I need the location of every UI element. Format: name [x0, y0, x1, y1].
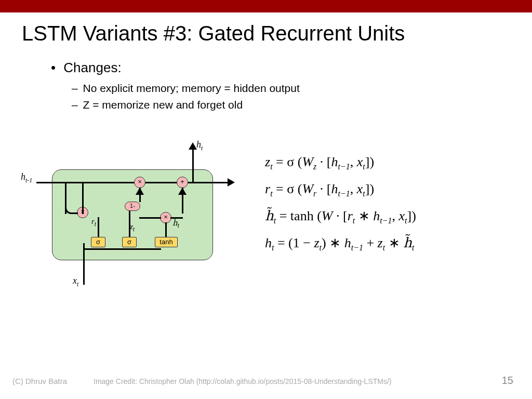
mul-op-htilde: ×	[160, 212, 171, 223]
plus-op: +	[177, 177, 188, 188]
equations-block: zt = σ (Wz · [ht−1, xt]) rt = σ (Wr · [h…	[234, 139, 416, 257]
r-out-line	[98, 217, 99, 237]
equation-htilde: h̃t = tanh (W · [rt ∗ ht−1, xt])	[265, 203, 416, 230]
equation-r: rt = σ (Wr · [ht−1, xt])	[265, 176, 416, 203]
slide-title: LSTM Variants #3: Gated Recurrent Units	[0, 12, 532, 45]
x-distrib-line	[83, 248, 161, 250]
sub-bullet-1: No explicit memory; memory = hidden outp…	[83, 80, 532, 97]
h-arrow-out	[228, 178, 235, 187]
top-bar	[0, 0, 532, 12]
ht-up-line	[192, 149, 194, 183]
content-row: σ σ tanh × + × 1- × ht-1 ht xt rt zt h̃t	[0, 113, 532, 290]
one-minus-op: 1-	[125, 202, 140, 211]
h-prev-label: ht-1	[21, 171, 32, 184]
z-to-mul-line	[139, 217, 161, 219]
h-out-label: ht	[196, 139, 203, 152]
image-credit: Image Credit: Christopher Olah (http://c…	[94, 377, 502, 385]
mul-op-top: ×	[134, 177, 145, 188]
footer: (C) Dhruv Batra Image Credit: Christophe…	[0, 375, 532, 387]
htilde-to-plus-arrow	[178, 188, 187, 195]
z-label: zt	[130, 222, 135, 233]
sub-bullet-2: Z = memorize new and forget old	[83, 97, 532, 113]
h-down-2	[82, 183, 84, 214]
bullet-list: Changes: No explicit memory; memory = hi…	[0, 45, 532, 113]
gru-diagram: σ σ tanh × + × 1- × ht-1 ht xt rt zt h̃t	[21, 139, 234, 290]
bullet-main: Changes:	[62, 60, 532, 76]
sigma-gate-z: σ	[122, 237, 137, 247]
r-label: rt	[91, 217, 96, 228]
page-number: 15	[502, 375, 532, 387]
copyright-text: (C) Dhruv Batra	[0, 377, 94, 385]
z-to-top-arrow	[136, 188, 144, 195]
tanh-gate: tanh	[155, 237, 178, 247]
htilde-label: h̃t	[172, 218, 179, 230]
sigma-gate-r: σ	[91, 237, 105, 247]
ht-up-arrow	[189, 142, 197, 150]
equation-z: zt = σ (Wz · [ht−1, xt])	[265, 149, 416, 176]
x-in-label: xt	[73, 275, 78, 288]
equation-h: ht = (1 − zt) ∗ ht−1 + zt ∗ h̃t	[265, 230, 416, 257]
sub-bullet-list: No explicit memory; memory = hidden outp…	[51, 76, 532, 113]
tanh-out-line	[165, 222, 167, 237]
